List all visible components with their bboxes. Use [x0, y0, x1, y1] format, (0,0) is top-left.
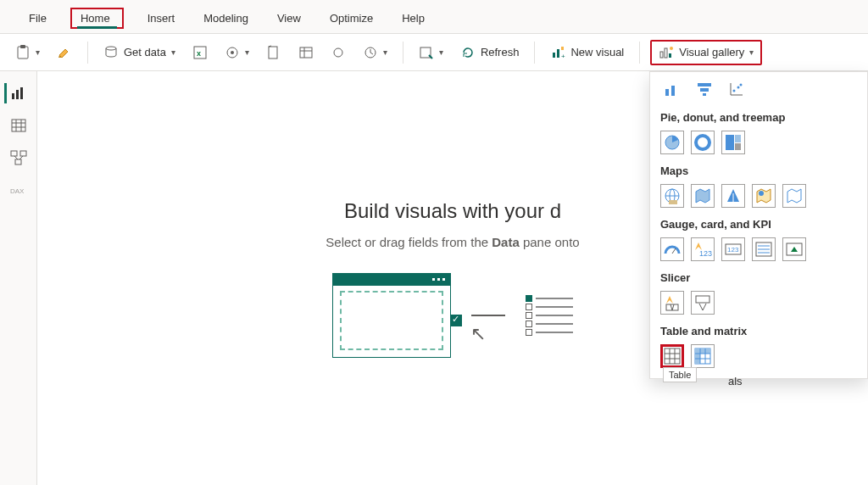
visual-pie-icon[interactable] — [660, 131, 684, 154]
svg-point-43 — [737, 86, 740, 89]
tooltip: Table — [663, 367, 697, 382]
svg-rect-29 — [11, 151, 17, 156]
data-hub-button[interactable]: ▾ — [220, 42, 254, 64]
dataverse-button[interactable] — [326, 42, 351, 64]
clipboard-icon — [15, 45, 31, 60]
menu-home[interactable]: Home — [70, 8, 124, 29]
visual-arcgis-map-icon[interactable] — [752, 184, 776, 208]
cursor-icon: ↖ — [470, 323, 486, 345]
svg-point-6 — [231, 51, 234, 54]
recent-icon — [363, 45, 378, 60]
paste-button[interactable]: ▾ — [10, 42, 45, 64]
get-data-button[interactable]: Get data ▾ — [98, 42, 181, 64]
transform-data-button[interactable]: ▾ — [414, 42, 448, 64]
visual-scatter-icon[interactable] — [725, 77, 748, 101]
visual-table-icon[interactable]: Table — [660, 344, 684, 368]
svg-rect-23 — [20, 87, 23, 99]
ribbon: ▾ Get data ▾ x ▾ — [0, 34, 868, 71]
menu-view[interactable]: View — [272, 8, 306, 28]
data-icon — [103, 45, 119, 60]
svg-rect-24 — [12, 120, 25, 131]
table-view-tab[interactable] — [7, 115, 31, 136]
visual-card-icon[interactable]: 123 — [721, 237, 745, 261]
excel-button[interactable]: x — [187, 42, 213, 64]
svg-rect-39 — [703, 93, 706, 96]
menu-help[interactable]: Help — [397, 8, 430, 28]
section-table-label: Table and matrix — [660, 325, 857, 337]
visual-filled-map-icon[interactable] — [691, 184, 715, 208]
visual-multirow-card-icon[interactable] — [752, 237, 776, 261]
visual-treemap-icon[interactable] — [721, 131, 745, 154]
new-visual-icon: + — [550, 45, 565, 60]
svg-rect-48 — [735, 135, 741, 142]
svg-rect-38 — [700, 88, 709, 92]
recent-sources-button[interactable]: ▾ — [358, 42, 392, 64]
section-pie-label: Pie, donut, and treemap — [660, 111, 857, 124]
svg-point-20 — [670, 47, 673, 50]
sql-button[interactable] — [261, 42, 287, 64]
svg-rect-15 — [561, 47, 564, 50]
canvas-title: Build visuals with your d — [344, 199, 561, 223]
visual-gauge-icon[interactable] — [660, 237, 684, 261]
visual-kpi-icon[interactable] — [782, 237, 806, 261]
svg-rect-8 — [300, 47, 312, 58]
left-rail: DAX — [0, 71, 37, 485]
svg-rect-31 — [15, 159, 21, 164]
canvas-subtitle: Select or drag fields from the Data pane… — [326, 235, 579, 249]
menu-file[interactable]: File — [24, 8, 52, 28]
visual-slicer-new-icon[interactable] — [660, 291, 684, 315]
visual-slicer-icon[interactable] — [691, 291, 715, 315]
svg-rect-66 — [665, 348, 680, 364]
visual-gallery-icon — [659, 45, 674, 60]
svg-rect-47 — [726, 135, 734, 150]
visual-matrix-icon[interactable] — [691, 344, 715, 368]
visual-card-new-icon[interactable]: 123 — [691, 237, 715, 261]
section-maps-label: Maps — [660, 164, 857, 177]
svg-rect-73 — [695, 348, 710, 354]
model-view-tab[interactable] — [7, 148, 31, 168]
visual-shape-map-icon[interactable] — [782, 184, 806, 208]
visual-partial-1[interactable] — [660, 77, 684, 101]
refresh-label: Refresh — [481, 46, 520, 59]
get-data-label: Get data — [124, 46, 166, 59]
svg-rect-49 — [735, 143, 741, 150]
refresh-button[interactable]: Refresh — [455, 42, 525, 64]
svg-rect-19 — [669, 53, 671, 58]
section-slicer-label: Slicer — [660, 271, 857, 284]
report-view-tab[interactable] — [4, 83, 31, 103]
visual-map-icon[interactable] — [660, 184, 684, 208]
svg-rect-18 — [665, 48, 667, 58]
menu-optimize[interactable]: Optimize — [325, 8, 378, 28]
svg-text:123: 123 — [727, 246, 739, 254]
svg-rect-7 — [269, 47, 277, 59]
visual-donut-icon[interactable] — [691, 131, 715, 154]
svg-line-33 — [19, 156, 23, 159]
menu-insert[interactable]: Insert — [142, 8, 181, 28]
svg-text:x: x — [197, 49, 201, 58]
format-painter-button[interactable] — [52, 42, 77, 64]
menubar: File Home Insert Modeling View Optimize … — [0, 0, 868, 34]
truncated-label: als — [728, 375, 743, 387]
refresh-icon — [460, 45, 476, 60]
svg-rect-30 — [20, 151, 26, 156]
svg-text:DAX: DAX — [10, 187, 25, 195]
visual-gallery-button[interactable]: Visual gallery ▾ — [650, 40, 762, 65]
svg-rect-17 — [660, 52, 663, 58]
svg-point-2 — [106, 47, 116, 50]
dax-view-tab[interactable]: DAX — [7, 180, 31, 200]
enter-data-icon — [298, 45, 314, 60]
svg-point-44 — [740, 84, 743, 86]
excel-icon: x — [192, 45, 208, 60]
enter-data-button[interactable] — [293, 42, 319, 64]
menu-modeling[interactable]: Modeling — [198, 8, 253, 28]
svg-rect-21 — [12, 93, 14, 99]
new-visual-label: New visual — [570, 46, 624, 59]
new-visual-button[interactable]: + New visual — [545, 42, 629, 64]
section-gauge-label: Gauge, card, and KPI — [660, 218, 857, 231]
svg-line-55 — [672, 248, 676, 254]
svg-rect-65 — [696, 296, 709, 303]
sql-icon — [266, 45, 281, 60]
visual-funnel-icon[interactable] — [693, 77, 716, 101]
svg-rect-14 — [557, 49, 559, 58]
visual-azure-map-icon[interactable] — [721, 184, 745, 208]
